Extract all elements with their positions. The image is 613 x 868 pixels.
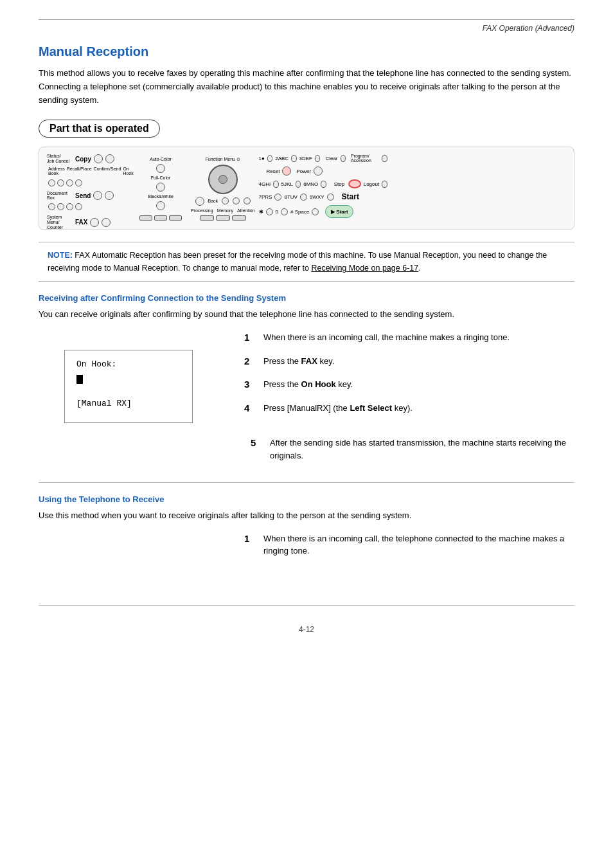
subsection1-title: Receiving after Confirming Connection to… xyxy=(39,293,574,303)
step2-text: Press the FAX key. xyxy=(263,354,574,368)
system-menu-label: System Menu/ Counter xyxy=(47,215,73,230)
note-link: Receiving Mode on page 6-17 xyxy=(311,264,418,273)
key6-label: 6MNO xyxy=(303,181,318,187)
chapter-title: FAX Operation (Advanced) xyxy=(39,24,574,33)
steps-layout-2: 1 When there is an incoming call, the te… xyxy=(39,532,574,566)
send-label: Send xyxy=(75,192,91,199)
row2-btn4 xyxy=(75,203,82,210)
step4-text: Press [ManualRX] (the Left Select key). xyxy=(263,401,574,415)
steps-list: 1 When there is an incoming call, the ma… xyxy=(244,330,574,415)
stop-btn xyxy=(348,179,361,188)
steps2-right: 1 When there is an incoming call, the te… xyxy=(244,532,574,566)
full-color-label: Full-Color xyxy=(151,176,170,180)
step3-text: Press the On Hook key. xyxy=(263,377,574,391)
step5-area: 5 After the sending side has started tra… xyxy=(39,436,574,471)
subsection2-intro: Use this method when you want to receive… xyxy=(39,509,574,523)
page-number: 4-12 xyxy=(39,625,574,634)
confirm-btn xyxy=(66,179,73,186)
back-circle xyxy=(195,197,204,206)
screen-line3: [Manual RX] xyxy=(76,399,181,408)
section-title: Manual Reception xyxy=(39,44,574,59)
full-color-btn xyxy=(156,183,165,192)
logout-btn xyxy=(382,181,387,188)
copy-label: Copy xyxy=(75,156,91,163)
stop-label: Stop xyxy=(334,181,344,187)
start-label: Start xyxy=(342,192,359,201)
back-area: Back xyxy=(195,197,251,206)
intro-text: This method allows you to receive faxes … xyxy=(39,67,574,107)
row2-btn1 xyxy=(48,203,55,210)
bottom-select3 xyxy=(169,215,182,221)
memory-label: Memory xyxy=(217,208,233,213)
divider-1 xyxy=(39,482,574,483)
system-row: System Menu/ Counter FAX xyxy=(47,215,130,230)
step-3: 3 Press the On Hook key. xyxy=(244,377,574,392)
function-menu-label: Function Menu ⊙ xyxy=(206,157,240,162)
back-btn1 xyxy=(222,197,229,204)
status-label: Status/Job Cancel xyxy=(47,154,73,163)
addr-btn xyxy=(48,179,55,186)
copy-btn xyxy=(105,154,114,163)
status-row: Status/Job Cancel Copy xyxy=(47,154,130,163)
note-text: FAX Automatic Reception has been preset … xyxy=(48,251,547,273)
recall-place-label: Recall/Place xyxy=(67,167,92,176)
key6-btn xyxy=(321,181,326,188)
auto-color-label: Auto-Color xyxy=(150,157,171,161)
document-row: Document Box Send xyxy=(47,191,130,201)
step5-content: 5 After the sending side has started tra… xyxy=(251,436,574,471)
reset-label: Reset xyxy=(267,168,280,174)
screen-cursor-line xyxy=(76,374,181,384)
onhook-btn xyxy=(75,179,82,186)
step5-text: After the sending side has started trans… xyxy=(270,436,574,462)
back-btn2 xyxy=(233,197,240,204)
key3-label: 3DEF xyxy=(299,156,312,161)
document-box-label: Document Box xyxy=(47,191,73,201)
hash-label: # Space xyxy=(290,209,309,215)
attention-label: Attention xyxy=(237,208,255,213)
note-text2: . xyxy=(418,264,420,273)
att-indicator xyxy=(232,215,246,221)
row2-btn2 xyxy=(57,203,64,210)
machine-right-panel: 1● 2ABC 3DEF Clear Program/ Accession Re… xyxy=(259,154,387,223)
mem-indicator xyxy=(216,215,230,221)
bw-label: Black&White xyxy=(148,194,173,199)
header-rule xyxy=(39,19,574,20)
start-btn-label: ▶ Start xyxy=(331,209,348,215)
key4-btn xyxy=(273,181,278,188)
status-labels: Processing Memory Attention xyxy=(191,208,255,213)
recall-btn xyxy=(57,179,64,186)
program-label: Program/ Accession xyxy=(351,154,379,163)
address-book-label: Address Book xyxy=(48,167,65,176)
nav-wheel xyxy=(208,165,238,194)
hash-btn xyxy=(312,208,319,215)
key2-btn xyxy=(291,155,296,162)
logout-label: Logout xyxy=(364,181,379,187)
bottom-select2 xyxy=(154,215,167,221)
step-4: 4 Press [ManualRX] (the Left Select key)… xyxy=(244,401,574,416)
step2-1-text: When there is an incoming call, the tele… xyxy=(263,532,574,557)
key9-btn xyxy=(327,194,334,201)
page: FAX Operation (Advanced) Manual Receptio… xyxy=(0,0,613,868)
steps-list-5: 5 After the sending side has started tra… xyxy=(251,436,574,462)
key9-label: 9WXY xyxy=(310,194,324,200)
back-btn3 xyxy=(244,197,251,204)
divider-bottom xyxy=(39,605,574,606)
bottom-select1 xyxy=(139,215,152,221)
confirm-send-label: Confirm/Send xyxy=(94,167,121,176)
step2-bold: FAX xyxy=(301,356,317,366)
subsection1-intro: You can receive originals after confirmi… xyxy=(39,308,574,321)
bw-btn xyxy=(156,201,165,210)
clear-btn xyxy=(341,155,346,162)
power-label: Power xyxy=(296,168,311,174)
reset-btn xyxy=(282,167,291,176)
key8-label: 8TUV xyxy=(284,194,297,200)
key0-label: 0 xyxy=(276,209,278,215)
step-2: 2 Press the FAX key. xyxy=(244,354,574,369)
step4-bold: Left Select xyxy=(350,403,392,413)
steps-list-2: 1 When there is an incoming call, the te… xyxy=(244,532,574,557)
screen-box: On Hook: [Manual RX] xyxy=(64,350,193,423)
star-btn xyxy=(266,208,273,215)
auto-color-btn xyxy=(156,164,165,173)
status-btn xyxy=(94,154,103,163)
start-btn: ▶ Start xyxy=(325,205,353,218)
